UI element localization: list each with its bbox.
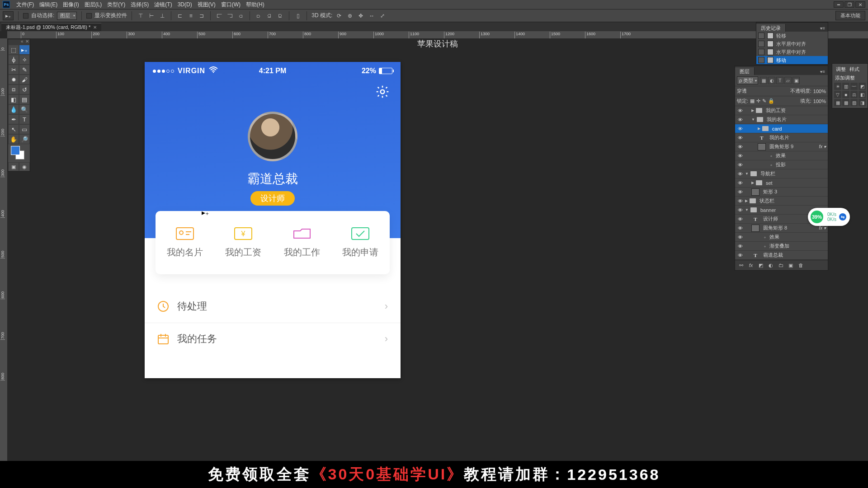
layer-row[interactable]: 👁T霸道总裁	[735, 251, 828, 260]
pen-tool[interactable]: ✒	[8, 114, 19, 124]
eyedropper-tool[interactable]: ✎	[19, 65, 30, 75]
blur-tool[interactable]: 💧	[8, 104, 19, 114]
distribute-icon[interactable]: ⫍	[215, 12, 223, 20]
window-maximize-button[interactable]: ❐	[844, 1, 854, 8]
fill-input[interactable]: 100%	[813, 99, 826, 104]
stamp-tool[interactable]: ⧈	[8, 84, 19, 94]
align-right-icon[interactable]: ⊐	[198, 12, 206, 20]
show-transform-checkbox[interactable]	[86, 13, 92, 19]
card-my-salary[interactable]: ¥ 我的工资	[225, 227, 261, 258]
dodge-tool[interactable]: 🔍	[19, 104, 30, 114]
card-my-work[interactable]: 我的工作	[284, 227, 320, 258]
layer-row[interactable]: 👁矩形 3	[735, 188, 828, 197]
type-tool[interactable]: T	[19, 114, 30, 124]
layer-mask-icon[interactable]: ◩	[757, 262, 765, 269]
net-toggle-icon[interactable]: ⇆	[839, 213, 846, 221]
menu-item[interactable]: 帮助(H)	[243, 1, 267, 8]
menu-item[interactable]: 编辑(E)	[37, 1, 60, 8]
hand-tool[interactable]: ✋	[8, 134, 19, 144]
3d-zoom-icon[interactable]: ⤢	[378, 12, 387, 20]
layer-row[interactable]: 👁▼我的名片	[735, 115, 828, 124]
document-tab[interactable]: 未标题-1.psd @ 100% (card, RGB/8) * ✕	[1, 23, 101, 31]
close-icon[interactable]: ✕	[25, 40, 29, 43]
layer-row[interactable]: 👁圆角矩形 9fx ▾	[735, 142, 828, 151]
history-item[interactable]: 移动	[756, 56, 828, 64]
settings-gear-icon[interactable]	[375, 84, 390, 100]
lock-icon[interactable]: 🔒	[768, 98, 774, 104]
quickmask-button[interactable]: ◉	[19, 162, 30, 171]
foreground-swatch[interactable]	[11, 146, 20, 155]
filter-type-icon[interactable]: T	[776, 77, 783, 84]
move-tool[interactable]: ▸₊	[19, 45, 30, 55]
list-item-pending[interactable]: 待处理 ›	[145, 290, 401, 323]
close-tab-icon[interactable]: ✕	[93, 25, 97, 30]
distribute-icon[interactable]: ⫐	[255, 12, 263, 20]
3d-orbit-icon[interactable]: ⟳	[335, 12, 343, 20]
align-hcenter-icon[interactable]: ≡	[187, 12, 195, 20]
3d-roll-icon[interactable]: ⊕	[346, 12, 354, 20]
menu-item[interactable]: 3D(D)	[175, 1, 195, 8]
layer-row[interactable]: 👁▼导航栏	[735, 169, 828, 178]
new-layer-icon[interactable]: ▣	[787, 262, 795, 269]
layer-row[interactable]: 👁T我的名片	[735, 133, 828, 142]
layers-tab[interactable]: 图层	[735, 67, 755, 75]
auto-select-checkbox[interactable]	[23, 13, 28, 19]
history-item[interactable]: 水平居中对齐	[756, 40, 828, 48]
opacity-input[interactable]: 100%	[813, 89, 826, 94]
menu-item[interactable]: 视图(V)	[195, 1, 218, 8]
layer-row[interactable]: 👁◦渐变叠加	[735, 242, 828, 251]
crop-tool[interactable]: ✂	[8, 65, 19, 75]
filter-pixel-icon[interactable]: ▦	[760, 77, 767, 84]
layer-fx-icon[interactable]: fx	[747, 262, 755, 269]
wand-tool[interactable]: ✧	[19, 55, 30, 65]
panel-menu-icon[interactable]: ▾≡	[817, 68, 828, 75]
trash-icon[interactable]: 🗑	[797, 262, 805, 269]
menu-item[interactable]: 图像(I)	[60, 1, 81, 8]
3d-slide-icon[interactable]: ↔	[368, 12, 376, 20]
3d-pan-icon[interactable]: ✥	[357, 12, 365, 20]
window-minimize-button[interactable]: ━	[834, 1, 844, 8]
link-layers-icon[interactable]: ⚯	[737, 262, 745, 269]
standard-mode-button[interactable]: ▣	[8, 162, 19, 171]
layer-filter-dropdown[interactable]: ρ 类型	[737, 76, 758, 84]
distribute-icon[interactable]: ⫒	[276, 12, 284, 20]
layer-row[interactable]: 👁▶状态栏	[735, 197, 828, 206]
layer-group-icon[interactable]: 🗀	[777, 262, 785, 269]
history-item[interactable]: 轻移	[756, 32, 828, 40]
panel-menu-icon[interactable]: ▾≡	[817, 25, 828, 32]
menu-item[interactable]: 窗口(W)	[218, 1, 243, 8]
brush-tool[interactable]: 🖌	[19, 75, 30, 84]
history-brush-tool[interactable]: ↺	[19, 84, 30, 94]
layer-row[interactable]: 👁◦效果	[735, 233, 828, 242]
menu-item[interactable]: 图层(L)	[82, 1, 105, 8]
lasso-tool[interactable]: ɸ	[8, 55, 19, 65]
color-swatches[interactable]	[8, 144, 30, 162]
card-my-apply[interactable]: 我的申请	[342, 227, 378, 258]
gradient-tool[interactable]: ▤	[19, 94, 30, 104]
lock-all-icon[interactable]: ▦	[750, 98, 755, 104]
network-monitor-bubble[interactable]: 39% 0K/s0K/s ⇆	[808, 208, 850, 226]
filter-shape-icon[interactable]: ▱	[784, 77, 792, 84]
align-left-icon[interactable]: ⊏	[176, 12, 184, 20]
arrange-icon[interactable]: ▯	[294, 12, 302, 20]
heal-tool[interactable]: ✹	[8, 75, 19, 84]
filter-smart-icon[interactable]: ▣	[793, 77, 800, 84]
lock-pixel-icon[interactable]: ✎	[762, 98, 766, 104]
align-bottom-icon[interactable]: ⊥	[158, 12, 166, 20]
shape-tool[interactable]: ▭	[19, 124, 30, 134]
layer-row[interactable]: 👁◦效果	[735, 151, 828, 160]
layer-row[interactable]: 👁▶card	[735, 124, 828, 133]
active-tool-chip[interactable]: ▸₊	[3, 11, 14, 20]
blend-mode-dropdown[interactable]: 穿透	[737, 88, 788, 94]
distribute-icon[interactable]: ⫎	[226, 12, 234, 20]
distribute-icon[interactable]: ⫏	[237, 12, 245, 20]
layer-row[interactable]: 👁▶我的工资	[735, 106, 828, 115]
layer-row[interactable]: 👁◦投影	[735, 160, 828, 169]
eraser-tool[interactable]: ◧	[8, 94, 19, 104]
card-my-namecard[interactable]: 我的名片	[167, 227, 203, 258]
align-top-icon[interactable]: ⊤	[137, 12, 145, 20]
collapse-icon[interactable]: «	[21, 40, 24, 43]
window-close-button[interactable]: ✕	[855, 1, 865, 8]
history-tab[interactable]: 历史记录	[756, 24, 786, 32]
history-item[interactable]: 水平居中对齐	[756, 48, 828, 56]
